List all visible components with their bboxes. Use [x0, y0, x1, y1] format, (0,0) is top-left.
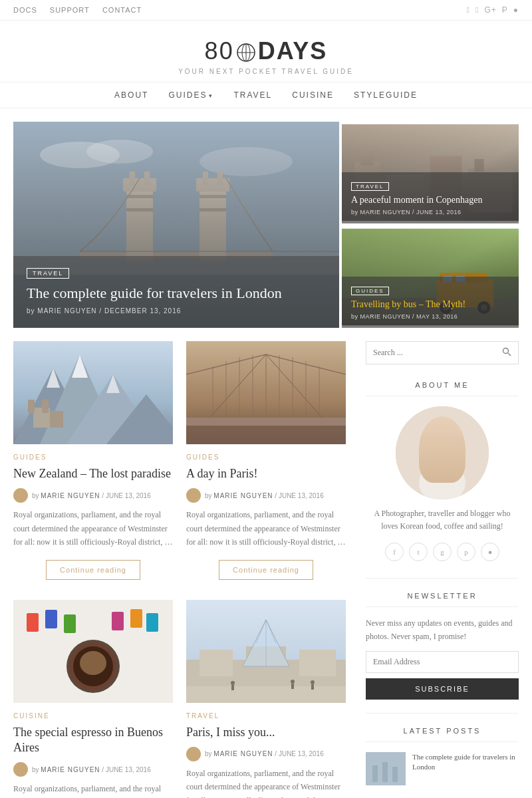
continue-btn-wrap-nz: Continue reading — [13, 560, 173, 580]
latest-post-thumb[interactable] — [366, 752, 406, 785]
post-date-coffee: JUNE 13, 2016 — [106, 766, 151, 773]
hero-side: TRAVEL A peaceful moment in Copenhagen b… — [342, 122, 519, 328]
post-category-nz: GUIDES — [13, 454, 173, 461]
post-excerpt-coffee: Royal organizations, parliament, and the… — [13, 782, 173, 798]
post-author-row-louvre: by MARIE NGUYEN / JUNE 13, 2016 — [186, 747, 346, 761]
post-author-row-coffee: by MARIE NGUYEN / JUNE 13, 2016 — [13, 762, 173, 777]
facebook-icon[interactable]:  — [467, 5, 470, 15]
hero-side-top-date: JUNE 13, 2016 — [416, 209, 462, 215]
latest-post-thumbnail — [366, 752, 406, 785]
hero-side-bottom-overlay: GUIDES Travelling by bus – The Myth! by … — [342, 277, 519, 328]
social-googleplus[interactable]: g — [433, 543, 452, 561]
post-card-new-zealand: GUIDES New Zealand – The lost paradise b… — [13, 341, 173, 580]
svg-rect-95 — [291, 684, 294, 689]
social-facebook[interactable]: f — [385, 543, 404, 561]
latest-post-info: The complete guide for travelers in Lond… — [412, 752, 519, 785]
svg-rect-102 — [437, 460, 448, 473]
logo-title[interactable]: 80DAYS — [13, 37, 519, 65]
about-portrait — [396, 406, 489, 499]
about-photo — [396, 406, 489, 499]
nav-styleguide[interactable]: STYLEGUIDE — [354, 90, 418, 100]
hero-side-top-badge: TRAVEL — [351, 182, 389, 191]
svg-point-94 — [291, 680, 295, 684]
support-link[interactable]: SUPPORT — [50, 6, 90, 14]
post-excerpt-louvre: Royal organizations, parliament, and the… — [186, 767, 346, 798]
social-twitter[interactable]: t — [409, 543, 428, 561]
hero-side-bottom[interactable]: GUIDES Travelling by bus – The Myth! by … — [342, 226, 519, 328]
hero-side-top-overlay: TRAVEL A peaceful moment in Copenhagen b… — [342, 172, 519, 223]
new-zealand-image — [13, 341, 173, 444]
post-avatar-paris-day — [186, 488, 201, 503]
main-content: GUIDES New Zealand – The lost paradise b… — [13, 341, 346, 798]
post-card-louvre: TRAVEL Paris, I miss you... by MARIE NGU… — [186, 600, 346, 798]
svg-rect-80 — [130, 609, 142, 628]
hero-main-overlay: TRAVEL The complete guide for travelers … — [13, 256, 339, 328]
post-image-louvre[interactable] — [186, 600, 346, 703]
logo-section: 80DAYS YOUR NEXT POCKET TRAVEL GUIDE — [0, 21, 532, 82]
sidebar: ABOUT ME — [366, 341, 519, 798]
svg-point-103 — [428, 434, 457, 469]
newsletter-title: NEWSLETTER — [366, 592, 519, 607]
post-author-coffee: MARIE NGUYEN — [41, 766, 100, 773]
post-avatar-louvre — [186, 747, 201, 761]
social-pinterest[interactable]: p — [457, 543, 475, 561]
newsletter-email-input[interactable] — [366, 651, 519, 673]
svg-rect-110 — [372, 765, 378, 782]
nav-about[interactable]: ABOUT — [114, 90, 148, 100]
post-image-new-zealand[interactable] — [13, 341, 173, 444]
instagram-icon[interactable]: ● — [513, 5, 519, 15]
about-text: A Photographer, traveller and blogger wh… — [366, 507, 519, 533]
nav-cuisine[interactable]: CUISINE — [292, 90, 334, 100]
svg-rect-84 — [200, 650, 233, 676]
continue-reading-paris-day[interactable]: Continue reading — [219, 560, 313, 580]
hero-main-badge: TRAVEL — [27, 268, 69, 279]
svg-rect-54 — [50, 411, 63, 428]
post-author-meta-louvre: by MARIE NGUYEN / JUNE 13, 2016 — [205, 750, 324, 757]
top-bar-social:   G+ P ● — [467, 5, 519, 15]
pinterest-icon[interactable]: P — [502, 5, 508, 15]
search-box[interactable] — [366, 341, 519, 364]
post-author-meta-coffee: by MARIE NGUYEN / JUNE 13, 2016 — [32, 766, 151, 773]
docs-link[interactable]: DOCS — [13, 6, 37, 14]
svg-rect-91 — [186, 686, 346, 703]
search-button[interactable] — [495, 342, 518, 364]
post-image-paris-day[interactable] — [186, 341, 346, 444]
svg-point-101 — [419, 463, 466, 499]
louvre-image — [186, 600, 346, 703]
social-instagram[interactable]: ● — [481, 543, 499, 561]
svg-point-107 — [436, 450, 440, 456]
latest-post-title[interactable]: The complete guide for travelers in Lond… — [412, 752, 519, 773]
top-bar: DOCS SUPPORT CONTACT   G+ P ● — [0, 0, 532, 21]
hero-side-top[interactable]: TRAVEL A peaceful moment in Copenhagen b… — [342, 122, 519, 223]
hero-side-top-meta: by MARIE NGUYEN / JUNE 13, 2016 — [351, 209, 509, 215]
search-icon — [502, 347, 511, 356]
post-date-louvre: JUNE 13, 2016 — [279, 750, 324, 757]
contact-link[interactable]: CONTACT — [102, 6, 142, 14]
post-avatar-nz — [13, 488, 28, 503]
logo-subtitle: YOUR NEXT POCKET TRAVEL GUIDE — [13, 68, 519, 75]
top-bar-links[interactable]: DOCS SUPPORT CONTACT — [13, 6, 152, 14]
post-image-coffee[interactable] — [13, 600, 173, 703]
svg-rect-70 — [186, 426, 346, 444]
svg-rect-97 — [311, 684, 314, 690]
nav-guides[interactable]: GUIDES — [168, 90, 213, 100]
svg-point-98 — [503, 348, 509, 354]
post-category-coffee: CUISINE — [13, 712, 173, 720]
search-input[interactable] — [366, 342, 495, 363]
svg-point-106 — [450, 446, 464, 467]
hero-main[interactable]: TRAVEL The complete guide for travelers … — [13, 122, 339, 328]
main-nav: ABOUT GUIDES TRAVEL CUISINE STYLEGUIDE — [0, 82, 532, 108]
googleplus-icon[interactable]: G+ — [484, 5, 496, 15]
svg-rect-53 — [42, 400, 49, 413]
latest-posts-title: LATEST POSTS — [366, 727, 519, 742]
svg-rect-111 — [382, 762, 388, 782]
svg-point-96 — [311, 680, 315, 684]
nav-travel[interactable]: TRAVEL — [233, 90, 272, 100]
post-date-paris-day: JUNE 13, 2016 — [279, 492, 324, 499]
hero-side-top-title: A peaceful moment in Copenhagen — [351, 194, 509, 206]
post-card-coffee: CUISINE The special espresso in Buenos A… — [13, 600, 173, 798]
twitter-icon[interactable]:  — [475, 5, 479, 15]
subscribe-button[interactable]: SUBSCRIBE — [366, 678, 519, 700]
continue-reading-nz[interactable]: Continue reading — [46, 560, 140, 580]
newsletter-section: NEWSLETTER Never miss any updates on eve… — [366, 578, 519, 699]
